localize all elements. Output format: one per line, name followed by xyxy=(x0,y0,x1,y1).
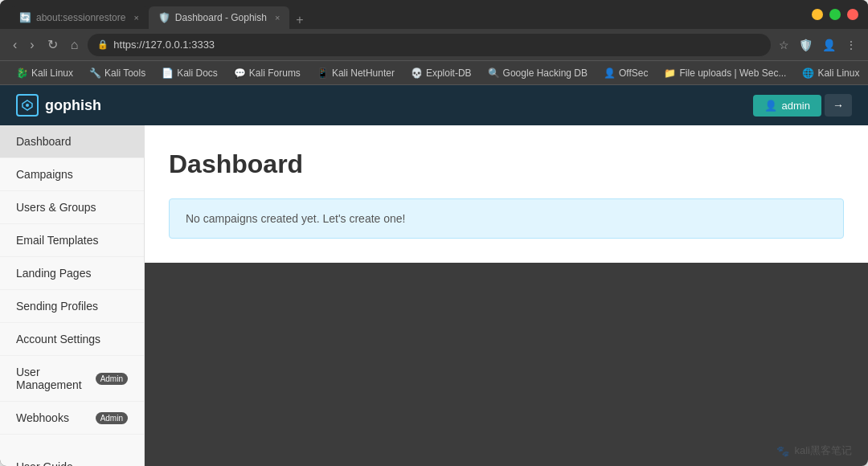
tab-label: about:sessionrestore xyxy=(36,12,125,23)
bookmark-kali-linux-2[interactable]: 🌐 Kali Linux xyxy=(796,65,866,81)
admin-button[interactable]: 👤 admin xyxy=(753,95,821,117)
app-navbar: gophish 👤 admin → xyxy=(0,85,868,125)
empty-message-text: No campaigns created yet. Let's create o… xyxy=(186,212,406,225)
webhooks-badge: Admin xyxy=(96,412,128,424)
sidebar-label-users-groups: Users & Groups xyxy=(16,201,96,214)
bookmark-ghdb[interactable]: 🔍 Google Hacking DB xyxy=(481,65,594,81)
address-bar[interactable]: 🔒 https://127.0.0.1:3333 xyxy=(88,34,771,56)
bookmark-kali-linux[interactable]: 🐉 Kali Linux xyxy=(10,65,80,81)
tab-favicon: 🔄 xyxy=(19,12,31,23)
bookmark-icon-forums: 💬 xyxy=(234,67,246,79)
sidebar-label-dashboard: Dashboard xyxy=(16,135,72,148)
maximize-button[interactable] xyxy=(829,9,841,20)
bookmark-icon-offsec: 👤 xyxy=(604,67,616,79)
sidebar-item-campaigns[interactable]: Campaigns xyxy=(0,158,144,191)
brand-icon xyxy=(16,94,39,117)
bookmark-file-uploads[interactable]: 📁 File uploads | Web Sec... xyxy=(657,65,792,81)
address-text: https://127.0.0.1:3333 xyxy=(113,39,215,51)
browser-titlebar: 🔄 about:sessionrestore × 🛡️ Dashboard - … xyxy=(0,0,868,29)
bookmark-icon-kali: 🐉 xyxy=(16,67,28,79)
bookmark-icon-ghdb: 🔍 xyxy=(488,67,500,79)
brand-name: gophish xyxy=(45,97,101,114)
empty-campaigns-message: No campaigns created yet. Let's create o… xyxy=(169,198,844,239)
tab-bar: 🔄 about:sessionrestore × 🛡️ Dashboard - … xyxy=(10,0,799,29)
bookmark-icon-kali2: 🌐 xyxy=(802,67,814,79)
sidebar-item-sending-profiles[interactable]: Sending Profiles xyxy=(0,290,144,323)
page-title: Dashboard xyxy=(169,149,844,179)
sidebar-label-sending-profiles: Sending Profiles xyxy=(16,300,98,313)
logout-button[interactable]: → xyxy=(825,94,852,117)
sidebar-label-user-guide: User Guide xyxy=(16,460,73,466)
security-icon: 🔒 xyxy=(97,39,108,50)
bookmark-kali-forums[interactable]: 💬 Kali Forums xyxy=(227,65,307,81)
app-container: gophish 👤 admin → Dashboard Campaigns xyxy=(0,85,868,466)
app-brand: gophish xyxy=(16,94,101,117)
tab-close-btn-2[interactable]: × xyxy=(275,13,280,22)
bookmark-icon[interactable]: ☆ xyxy=(777,37,791,53)
sidebar-item-email-templates[interactable]: Email Templates xyxy=(0,224,144,257)
svg-point-0 xyxy=(26,104,29,107)
sidebar-label-webhooks: Webhooks xyxy=(16,411,69,424)
sidebar-label-campaigns: Campaigns xyxy=(16,168,73,181)
back-button[interactable]: ‹ xyxy=(10,36,20,54)
sidebar-label-landing-pages: Landing Pages xyxy=(16,267,91,280)
sidebar-item-landing-pages[interactable]: Landing Pages xyxy=(0,257,144,290)
sidebar-item-account-settings[interactable]: Account Settings xyxy=(0,323,144,356)
bookmark-icon-files: 📁 xyxy=(664,67,676,79)
tab-sessionrestore[interactable]: 🔄 about:sessionrestore × xyxy=(10,6,149,29)
sidebar-label-account-settings: Account Settings xyxy=(16,333,100,345)
admin-user-icon: 👤 xyxy=(764,100,777,112)
admin-label: admin xyxy=(782,100,810,112)
reload-button[interactable]: ↻ xyxy=(44,35,61,54)
main-wrapper: Dashboard No campaigns created yet. Let'… xyxy=(145,125,868,466)
tab-favicon-2: 🛡️ xyxy=(158,12,170,23)
tab-label-2: Dashboard - Gophish xyxy=(175,12,267,23)
sidebar: Dashboard Campaigns Users & Groups Email… xyxy=(0,125,145,466)
extensions-icon[interactable]: 🛡️ xyxy=(797,37,814,53)
user-management-badge: Admin xyxy=(96,373,128,385)
bookmark-icon-exploit: 💀 xyxy=(411,67,423,79)
tab-dashboard[interactable]: 🛡️ Dashboard - Gophish × xyxy=(149,6,290,29)
browser-window: 🔄 about:sessionrestore × 🛡️ Dashboard - … xyxy=(0,0,868,466)
app-body: Dashboard Campaigns Users & Groups Email… xyxy=(0,125,868,466)
sidebar-spacer xyxy=(0,435,144,451)
forward-button[interactable]: › xyxy=(27,36,37,54)
profile-icon[interactable]: 👤 xyxy=(821,37,837,53)
bookmarks-bar: 🐉 Kali Linux 🔧 Kali Tools 📄 Kali Docs 💬 … xyxy=(0,61,868,85)
browser-toolbar: ‹ › ↻ ⌂ 🔒 https://127.0.0.1:3333 ☆ 🛡️ 👤 … xyxy=(0,29,868,61)
brand-logo-svg xyxy=(21,99,34,112)
bookmark-icon-tools: 🔧 xyxy=(89,67,101,79)
close-button[interactable] xyxy=(847,9,858,20)
bookmark-icon-docs: 📄 xyxy=(162,67,174,79)
bookmark-nethunter[interactable]: 📱 Kali NetHunter xyxy=(310,65,401,81)
minimize-button[interactable] xyxy=(812,9,823,20)
sidebar-item-webhooks[interactable]: Webhooks Admin xyxy=(0,402,144,435)
watermark-icon: 🐾 xyxy=(776,445,789,457)
bookmark-exploitdb[interactable]: 💀 Exploit-DB xyxy=(404,65,478,81)
settings-icon[interactable]: ⋮ xyxy=(844,37,858,53)
sidebar-item-user-guide[interactable]: User Guide xyxy=(0,451,144,466)
bookmark-icon-nethunter: 📱 xyxy=(317,67,329,79)
window-controls xyxy=(812,9,858,20)
sidebar-item-user-management[interactable]: User Management Admin xyxy=(0,356,144,402)
main-content: Dashboard No campaigns created yet. Let'… xyxy=(145,125,868,263)
home-button[interactable]: ⌂ xyxy=(68,36,82,54)
sidebar-item-users-groups[interactable]: Users & Groups xyxy=(0,191,144,224)
sidebar-label-email-templates: Email Templates xyxy=(16,234,98,247)
sidebar-item-dashboard[interactable]: Dashboard xyxy=(0,125,144,158)
watermark-text: kali黑客笔记 xyxy=(794,444,852,458)
sidebar-label-user-management: User Management xyxy=(16,366,96,391)
watermark: 🐾 kali黑客笔记 xyxy=(776,444,852,458)
tab-close-btn[interactable]: × xyxy=(133,13,138,22)
new-tab-button[interactable]: + xyxy=(289,11,309,29)
bookmark-kali-docs[interactable]: 📄 Kali Docs xyxy=(155,65,224,81)
bookmark-offsec[interactable]: 👤 OffSec xyxy=(597,65,654,81)
bookmark-kali-tools[interactable]: 🔧 Kali Tools xyxy=(83,65,152,81)
browser-toolbar-icons: ☆ 🛡️ 👤 ⋮ xyxy=(777,37,858,53)
navbar-actions: 👤 admin → xyxy=(753,94,852,117)
